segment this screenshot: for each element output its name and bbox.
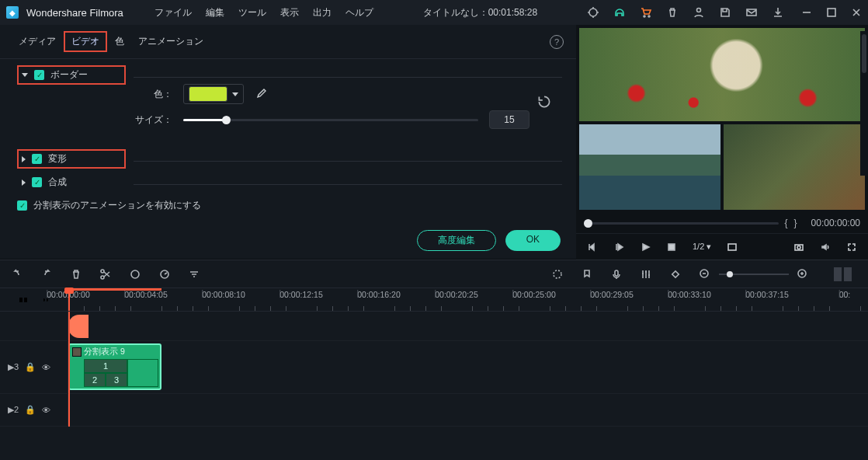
trash-icon[interactable] [666, 6, 679, 19]
voiceover-icon[interactable] [610, 268, 623, 281]
preview-clip-1 [579, 28, 865, 121]
support-icon[interactable] [613, 6, 626, 19]
in-point-marker[interactable] [68, 315, 89, 338]
play-button[interactable] [640, 242, 651, 253]
titlebar: ◆ Wondershare Filmora ファイル 編集 ツール 表示 出力 … [0, 0, 868, 25]
lock-icon[interactable]: 🔒 [25, 405, 36, 415]
eyedropper-icon[interactable] [255, 88, 267, 100]
color-picker[interactable] [183, 84, 244, 104]
split-anim-checkbox[interactable]: ✓ [17, 200, 27, 211]
menu-help[interactable]: ヘルプ [345, 6, 373, 19]
tab-media[interactable]: メディア [12, 33, 62, 51]
menu-tool[interactable]: ツール [238, 6, 266, 19]
eye-icon[interactable]: 👁 [42, 363, 50, 372]
undo-icon[interactable] [11, 268, 23, 281]
keyframe-icon[interactable] [669, 268, 682, 281]
ruler-tick: 00:00:33:10 [668, 288, 710, 298]
reset-icon[interactable] [536, 93, 553, 110]
help-icon[interactable]: ? [550, 35, 564, 49]
svg-point-9 [797, 246, 800, 249]
snapshot-icon[interactable] [793, 242, 804, 253]
ruler-tick: 00:00:12:15 [279, 288, 322, 298]
menu-file[interactable]: ファイル [155, 6, 192, 19]
ok-button[interactable]: OK [505, 230, 561, 251]
fullscreen-icon[interactable] [846, 242, 857, 253]
brace-in[interactable]: { [785, 218, 788, 228]
transform-checkbox[interactable]: ✓ [32, 154, 42, 164]
border-color-row: 色： [17, 78, 562, 104]
delete-icon[interactable] [70, 268, 82, 281]
properties-panel: メディア ビデオ 色 アニメーション ? ✓ ボーダー 色： [0, 25, 576, 260]
eye-icon[interactable]: 👁 [42, 406, 50, 415]
tab-color[interactable]: 色 [109, 33, 130, 51]
preview-seek-slider[interactable] [584, 222, 779, 225]
save-icon[interactable] [719, 6, 731, 19]
footer-checkbox-row: ✓ 分割表示のアニメーションを有効にする [0, 191, 576, 221]
quality-icon[interactable] [727, 242, 738, 253]
render-icon[interactable] [551, 268, 564, 281]
clip-layout-cell-3: 3 [106, 373, 127, 387]
border-label: ボーダー [50, 68, 88, 82]
svg-point-13 [161, 270, 168, 278]
stop-button[interactable] [666, 242, 677, 253]
minimize-button[interactable] [801, 7, 812, 18]
svg-rect-7 [728, 244, 736, 250]
cart-icon[interactable] [640, 6, 652, 19]
preview-zoom-label[interactable]: 1/2 ▾ [693, 242, 711, 252]
link-icon[interactable] [18, 294, 29, 305]
filters-icon[interactable] [188, 268, 200, 281]
clip-layout-cell-1: 1 [84, 359, 127, 373]
marker-icon[interactable] [581, 268, 593, 281]
ruler-tick: 00:00:20:25 [435, 288, 477, 298]
size-value[interactable]: 15 [489, 110, 529, 129]
volume-icon[interactable] [820, 242, 831, 253]
mail-icon[interactable] [745, 6, 758, 19]
menu-view[interactable]: 表示 [280, 6, 299, 19]
track-audio-icon[interactable]: ▶2 [8, 405, 19, 415]
size-label: サイズ： [116, 113, 172, 127]
section-compose-header[interactable]: ✓ 合成 [17, 172, 126, 192]
timeline-scrollbar[interactable] [860, 31, 868, 176]
tab-animation[interactable]: アニメーション [132, 33, 210, 51]
tips-icon[interactable] [587, 6, 599, 19]
track-video-icon[interactable]: ▶3 [8, 362, 19, 372]
titlebar-tools [587, 6, 784, 19]
preview-clip-3 [724, 124, 865, 210]
svg-rect-5 [828, 9, 835, 16]
speed-icon[interactable] [158, 268, 171, 281]
preview-timecode: 00:00:00:00 [811, 218, 860, 228]
lock-icon[interactable]: 🔒 [25, 362, 36, 372]
ruler-tick: 00:00:08:10 [202, 288, 245, 298]
brace-out[interactable]: } [794, 218, 797, 228]
play-pause-button[interactable] [613, 242, 624, 253]
menu-edit[interactable]: 編集 [206, 6, 224, 19]
advanced-button[interactable]: 高度編集 [417, 230, 496, 251]
color-icon[interactable] [129, 268, 141, 281]
border-size-row: サイズ： 15 [17, 104, 562, 129]
svg-point-12 [131, 270, 139, 278]
prev-frame-button[interactable] [587, 242, 598, 253]
timeline-ruler[interactable]: 00:00:00:0000:00:04:0500:00:08:1000:00:1… [0, 288, 868, 312]
playhead-line[interactable] [68, 312, 70, 427]
split-icon[interactable] [99, 268, 112, 281]
clip-split-screen[interactable]: 分割表示 9 1 2 3 [68, 343, 161, 390]
zoom-in-icon[interactable] [797, 268, 809, 281]
zoom-slider[interactable] [719, 274, 789, 275]
maximize-button[interactable] [826, 7, 837, 18]
account-icon[interactable] [693, 6, 705, 19]
preview-viewport[interactable] [579, 28, 865, 210]
size-slider[interactable] [183, 119, 478, 121]
border-checkbox[interactable]: ✓ [34, 70, 44, 80]
download-icon[interactable] [772, 6, 784, 19]
close-button[interactable] [851, 7, 862, 18]
color-label: 色： [126, 88, 172, 101]
timeline-toolbar [0, 260, 868, 288]
compose-checkbox[interactable]: ✓ [32, 177, 42, 187]
tab-video[interactable]: ビデオ [64, 31, 107, 52]
zoom-out-icon[interactable] [699, 268, 711, 281]
redo-icon[interactable] [40, 268, 53, 281]
thumbnails-toggle[interactable] [834, 267, 857, 281]
audio-mixer-icon[interactable] [640, 268, 652, 281]
menu-export[interactable]: 出力 [313, 6, 332, 19]
section-transform-header[interactable]: ✓ 変形 [17, 149, 126, 169]
